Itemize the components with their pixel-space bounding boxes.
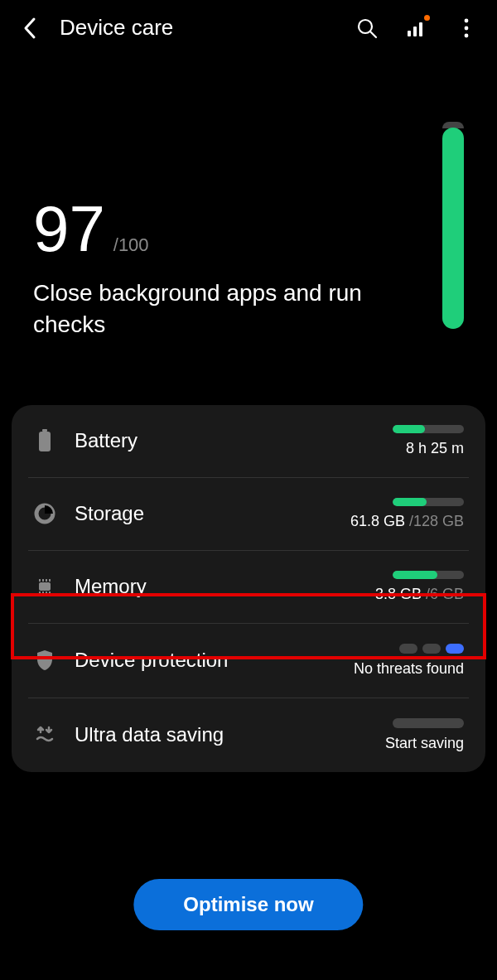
signal-button[interactable] [406,17,427,39]
svg-rect-9 [39,432,51,451]
memory-icon [33,575,56,598]
protection-label: Device protection [75,649,313,672]
protection-sub: No threats found [354,660,464,678]
status-card: Battery 8 h 25 m Storage 61.8 GB /128 GB [12,405,485,772]
svg-rect-13 [42,579,44,582]
search-icon [356,17,378,39]
score-description: Close background apps and run checks [33,278,381,340]
svg-rect-3 [413,27,417,36]
score-section: 97 /100 Close background apps and run ch… [0,163,497,365]
more-options-button[interactable] [456,17,477,39]
storage-status: 61.8 GB /128 GB [331,498,464,530]
app-header: Device care [0,0,497,56]
chevron-left-icon [22,17,37,40]
score-value: 97 [33,196,105,261]
svg-rect-2 [408,31,411,36]
header-actions [356,17,477,39]
svg-rect-17 [42,591,44,594]
battery-icon [33,429,56,452]
notification-dot-icon [424,15,430,21]
svg-rect-11 [39,582,51,591]
storage-used: 61.8 GB [350,513,405,529]
datasaving-status: Start saving [331,718,464,752]
protection-status: No threats found [331,644,464,678]
signal-bars-icon [406,17,427,39]
battery-time: 8 h 25 m [406,440,464,457]
storage-icon [33,502,56,525]
storage-label: Storage [75,502,313,525]
datasaving-row[interactable]: Ultra data saving Start saving [28,698,469,772]
data-saving-icon [33,723,56,746]
datasaving-label: Ultra data saving [75,723,313,746]
svg-rect-12 [39,579,41,582]
battery-label: Battery [75,429,313,452]
datasaving-sub: Start saving [385,735,464,752]
storage-row[interactable]: Storage 61.8 GB /128 GB [28,478,469,551]
memory-row[interactable]: Memory 3.8 GB /6 GB [28,551,469,624]
memory-used: 3.8 GB [375,586,422,602]
back-button[interactable] [20,18,40,38]
svg-rect-14 [46,579,47,582]
svg-rect-18 [46,591,47,594]
battery-row[interactable]: Battery 8 h 25 m [28,405,469,478]
memory-label: Memory [75,575,313,598]
optimise-button[interactable]: Optimise now [133,879,363,930]
search-button[interactable] [356,17,378,39]
svg-rect-15 [49,579,51,582]
page-title: Device care [60,15,336,41]
svg-rect-16 [39,591,41,594]
more-vertical-icon [463,17,470,39]
protection-row[interactable]: Device protection No threats found [28,624,469,698]
svg-point-7 [465,33,469,37]
svg-point-6 [465,26,469,30]
memory-total: /6 GB [422,586,464,602]
score-bar [442,122,464,329]
battery-status: 8 h 25 m [331,425,464,457]
svg-rect-4 [419,22,422,36]
svg-line-1 [370,31,376,37]
svg-point-5 [465,18,469,22]
memory-status: 3.8 GB /6 GB [331,571,464,603]
score-max: /100 [113,234,149,256]
storage-total: /128 GB [405,513,464,529]
shield-icon [33,649,56,672]
svg-rect-19 [49,591,51,594]
svg-rect-8 [42,429,47,432]
